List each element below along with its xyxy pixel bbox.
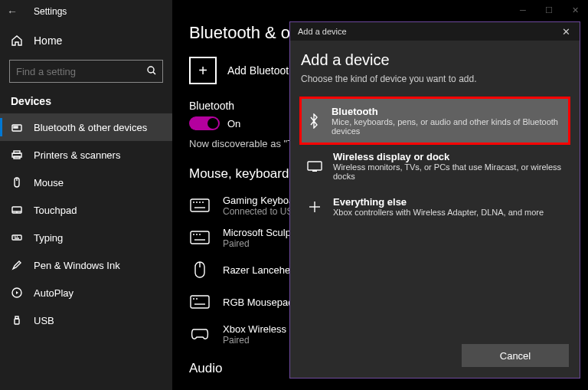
sidebar-item-autoplay[interactable]: AutoPlay (0, 279, 172, 306)
search-box[interactable] (9, 60, 163, 83)
nav-label: Pen & Windows Ink (34, 260, 120, 271)
nav-label: Bluetooth & other devices (34, 122, 147, 133)
app-title: Settings (34, 6, 67, 17)
dialog-header-title: Add a device (298, 27, 347, 36)
option-everything-else[interactable]: Everything else Xbox controllers with Wi… (301, 188, 569, 224)
minimize-button[interactable]: ─ (510, 0, 536, 20)
home-icon (11, 34, 23, 47)
svg-rect-34 (191, 296, 209, 308)
nav-list: Bluetooth & other devices Printers & sca… (0, 113, 172, 334)
touchpad-icon (11, 205, 23, 215)
sidebar-item-bluetooth[interactable]: Bluetooth & other devices (0, 113, 172, 141)
home-label: Home (34, 34, 62, 47)
svg-rect-38 (308, 162, 322, 170)
device-name: RGB Mousepad (223, 297, 294, 308)
controller-icon (189, 328, 211, 340)
autoplay-icon (11, 287, 23, 298)
dialog-header: Add a device ✕ (290, 22, 580, 41)
svg-rect-27 (191, 231, 209, 244)
option-bluetooth[interactable]: Bluetooth Mice, keyboards, pens, or audi… (301, 98, 569, 143)
mouse-device-icon (189, 261, 211, 278)
titlebar: ← Settings (0, 0, 172, 23)
sidebar-item-usb[interactable]: USB (0, 306, 172, 334)
window-controls: ─ ☐ ✕ (510, 0, 588, 20)
cancel-button[interactable]: Cancel (462, 344, 569, 367)
plus-icon (307, 201, 322, 213)
pen-icon (11, 260, 23, 270)
svg-rect-21 (191, 199, 209, 211)
sidebar-item-mouse[interactable]: Mouse (0, 169, 172, 196)
option-desc: Mice, keyboards, pens, or audio and othe… (332, 117, 563, 136)
nav-label: Touchpad (34, 205, 77, 216)
bluetooth-toggle[interactable] (189, 116, 220, 130)
option-desc: Wireless monitors, TVs, or PCs that use … (333, 162, 563, 181)
back-button[interactable]: ← (0, 0, 24, 23)
keyboard-icon (189, 198, 211, 212)
option-title: Wireless display or dock (333, 151, 563, 162)
sidebar-item-typing[interactable]: Typing (0, 224, 172, 251)
svg-rect-20 (15, 319, 19, 324)
bluetooth-state: On (227, 118, 240, 129)
usb-icon (11, 315, 23, 326)
nav-label: Typing (34, 232, 63, 244)
close-window-button[interactable]: ✕ (562, 0, 588, 20)
dialog-close-button[interactable]: ✕ (557, 26, 575, 38)
dialog-subtitle: Choose the kind of device you want to ad… (301, 74, 569, 84)
sidebar-item-printers[interactable]: Printers & scanners (0, 141, 172, 169)
nav-label: Printers & scanners (34, 149, 120, 161)
typing-icon (11, 232, 23, 243)
nav-label: AutoPlay (34, 287, 74, 299)
keyboard-icon (189, 231, 211, 244)
option-wireless-display[interactable]: Wireless display or dock Wireless monito… (301, 143, 569, 188)
display-icon (307, 161, 322, 172)
svg-rect-4 (16, 126, 18, 128)
keyboard-icon (189, 295, 211, 309)
sidebar-item-pen[interactable]: Pen & Windows Ink (0, 251, 172, 279)
search-icon (147, 66, 156, 77)
svg-point-0 (148, 67, 154, 73)
category-heading: Devices (0, 83, 172, 113)
printer-icon (11, 149, 23, 160)
bluetooth-nav-icon (11, 122, 23, 133)
plus-icon: + (189, 57, 217, 84)
settings-sidebar: ← Settings Home Devices Bluetooth & othe… (0, 0, 172, 390)
nav-label: Mouse (34, 177, 64, 188)
option-title: Everything else (333, 196, 544, 208)
add-device-dialog: Add a device ✕ Add a device Choose the k… (289, 21, 580, 379)
option-title: Bluetooth (332, 106, 563, 117)
home-button[interactable]: Home (0, 26, 172, 55)
option-desc: Xbox controllers with Wireless Adapter, … (333, 208, 544, 217)
search-input[interactable] (16, 66, 147, 77)
svg-rect-13 (12, 235, 21, 240)
nav-label: USB (34, 315, 54, 326)
sidebar-item-touchpad[interactable]: Touchpad (0, 196, 172, 224)
svg-line-1 (153, 72, 155, 74)
svg-rect-3 (14, 126, 15, 128)
maximize-button[interactable]: ☐ (536, 0, 562, 20)
bluetooth-icon (307, 113, 321, 129)
dialog-title: Add a device (301, 51, 569, 69)
mouse-icon (11, 177, 23, 188)
